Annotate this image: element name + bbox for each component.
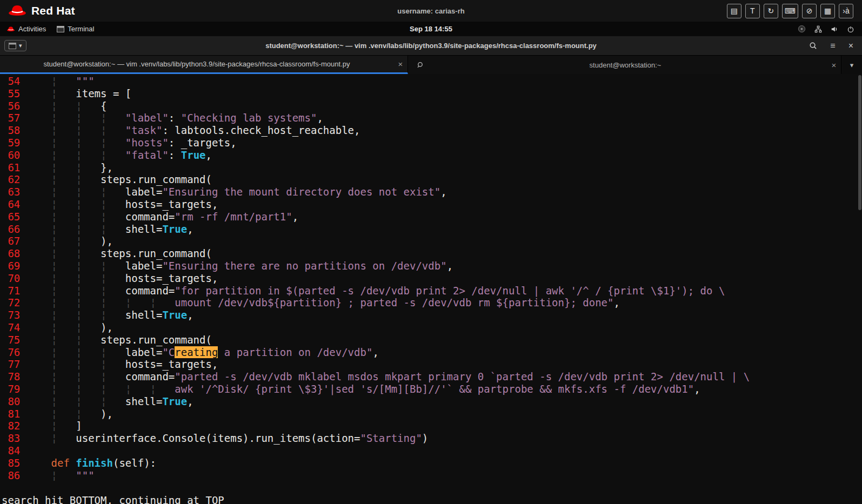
window-title: student@workstation:~ — vim .venv/labs/l… bbox=[0, 42, 862, 50]
send-keys-icon[interactable]: ›à bbox=[839, 4, 853, 18]
code-line: 64 ¦ ¦ ¦ hosts=_targets, bbox=[2, 198, 862, 211]
refresh-icon[interactable]: ↻ bbox=[764, 4, 778, 18]
code-line: 70 ¦ ¦ ¦ hosts=_targets, bbox=[2, 272, 862, 285]
code-line: 61 ¦ ¦ }, bbox=[2, 162, 862, 174]
code-line: 83 ¦ userinterface.Console(items).run_it… bbox=[2, 432, 862, 445]
cursor-disabled-icon[interactable]: ⊘ bbox=[802, 4, 817, 18]
code-line: 57 ¦ ¦ ¦ "label": "Checking lab systems"… bbox=[2, 112, 862, 124]
code-line: 72 ¦ ¦ ¦ ¦ ¦ umount /dev/vdb${partition}… bbox=[2, 297, 862, 309]
tab-label: student@workstation:~ — vim .venv/labs/l… bbox=[0, 60, 393, 68]
code-line: 68 ¦ ¦ steps.run_command( bbox=[2, 247, 862, 260]
app-menu-terminal[interactable]: Terminal bbox=[57, 25, 94, 33]
keyboard-icon[interactable]: ⌨ bbox=[782, 4, 798, 18]
tab-list-chevron-icon[interactable]: ▾ bbox=[841, 56, 862, 74]
activities-button[interactable]: Activities bbox=[6, 25, 46, 33]
code-line: 56 ¦ ¦ { bbox=[2, 100, 862, 112]
window-titlebar[interactable]: ▾ student@workstation:~ — vim .venv/labs… bbox=[0, 36, 862, 56]
tab-fs-mount[interactable]: student@workstation:~ — vim .venv/labs/l… bbox=[0, 56, 408, 74]
terminal-app-icon bbox=[57, 26, 64, 32]
clock[interactable]: Sep 18 14:55 bbox=[0, 25, 862, 33]
search-icon[interactable] bbox=[809, 42, 817, 50]
code-line: 82 ¦ ] bbox=[2, 420, 862, 432]
code-line: 79 ¦ ¦ ¦ ¦ ¦ awk '/^Disk/ {print \$3}'|s… bbox=[2, 383, 862, 395]
document-icon[interactable]: ▤ bbox=[727, 4, 741, 18]
close-window-icon[interactable]: × bbox=[848, 41, 853, 51]
remote-viewer-bar: Red Hat username: carias-rh ▤T↻⌨⊘▦›à bbox=[0, 0, 862, 22]
code-line: 75 ¦ ¦ steps.run_command( bbox=[2, 334, 862, 346]
network-icon[interactable] bbox=[814, 25, 822, 33]
code-line: 67 ¦ ¦ ), bbox=[2, 235, 862, 247]
brand-name: Red Hat bbox=[31, 4, 75, 17]
code-line: 55 ¦ items = [ bbox=[2, 88, 862, 100]
code-line: 73 ¦ ¦ ¦ shell=True, bbox=[2, 309, 862, 321]
redhat-fedora-icon bbox=[8, 4, 27, 18]
code-line: 69 ¦ ¦ ¦ label="Ensuring there are no pa… bbox=[2, 260, 862, 272]
code-line: 60 ¦ ¦ ¦ "fatal": True, bbox=[2, 149, 862, 162]
status-indicator-icon[interactable] bbox=[798, 25, 806, 33]
tab-home[interactable]: student@workstation:~ × bbox=[408, 56, 841, 74]
menu-icon[interactable]: ≡ bbox=[830, 41, 835, 51]
code-line: 74 ¦ ¦ ), bbox=[2, 321, 862, 334]
code-line: 59 ¦ ¦ ¦ "hosts": _targets, bbox=[2, 137, 862, 149]
clipboard-icon[interactable]: ▦ bbox=[820, 4, 835, 18]
code-line: 63 ¦ ¦ ¦ label="Ensuring the mount direc… bbox=[2, 186, 862, 198]
scrollbar[interactable] bbox=[858, 75, 861, 210]
magnifier-icon bbox=[408, 62, 424, 69]
close-tab-icon[interactable]: × bbox=[827, 61, 841, 70]
code-line: 85 def finish(self): bbox=[2, 457, 862, 469]
code-line: 77 ¦ ¦ ¦ hosts=_targets, bbox=[2, 358, 862, 371]
code-line: 86 ¦ """ bbox=[2, 469, 862, 482]
close-tab-icon[interactable]: × bbox=[393, 59, 407, 69]
code-line: 58 ¦ ¦ ¦ "task": labtools.check_host_rea… bbox=[2, 124, 862, 137]
tab-label: student@workstation:~ bbox=[424, 61, 827, 69]
code-line: 62 ¦ ¦ steps.run_command( bbox=[2, 173, 862, 186]
code-line: 65 ¦ ¦ ¦ command="rm -rf /mnt/part1", bbox=[2, 211, 862, 223]
volume-icon[interactable] bbox=[831, 25, 838, 33]
terminal-window-icon bbox=[9, 43, 16, 49]
terminal-viewport[interactable]: 54 ¦ """55 ¦ items = [56 ¦ ¦ {57 ¦ ¦ ¦ "… bbox=[0, 74, 862, 504]
window-list-button[interactable]: ▾ bbox=[4, 40, 26, 51]
redhat-hat-icon bbox=[6, 26, 15, 32]
code-line: 66 ¦ ¦ ¦ shell=True, bbox=[2, 223, 862, 236]
code-line: 84 bbox=[2, 445, 862, 457]
redhat-logo: Red Hat bbox=[0, 4, 75, 18]
code-line: 76 ¦ ¦ ¦ label="Creating a partition on … bbox=[2, 346, 862, 359]
text-icon[interactable]: T bbox=[745, 4, 760, 18]
code-line: 71 ¦ ¦ ¦ command="for partition in $(par… bbox=[2, 285, 862, 297]
terminal-tabbar: student@workstation:~ — vim .venv/labs/l… bbox=[0, 56, 862, 74]
code-line: 78 ¦ ¦ ¦ command="parted -s /dev/vdb mkl… bbox=[2, 371, 862, 383]
power-icon[interactable] bbox=[847, 25, 854, 33]
code-line: 54 ¦ """ bbox=[2, 75, 862, 88]
vim-statusline: search hit BOTTOM, continuing at TOP 76,… bbox=[0, 482, 862, 494]
code-line: 80 ¦ ¦ ¦ shell=True, bbox=[2, 395, 862, 408]
app-menu-label: Terminal bbox=[68, 25, 94, 33]
chevron-down-icon: ▾ bbox=[19, 42, 22, 49]
code-line: 81 ¦ ¦ ), bbox=[2, 408, 862, 420]
vim-message: search hit BOTTOM, continuing at TOP bbox=[2, 494, 224, 504]
remote-viewer-toolbar: ▤T↻⌨⊘▦›à bbox=[727, 4, 862, 18]
activities-label: Activities bbox=[18, 25, 46, 33]
gnome-top-bar: Activities Terminal Sep 18 14:55 bbox=[0, 22, 862, 36]
editor-lines: 54 ¦ """55 ¦ items = [56 ¦ ¦ {57 ¦ ¦ ¦ "… bbox=[0, 75, 862, 481]
